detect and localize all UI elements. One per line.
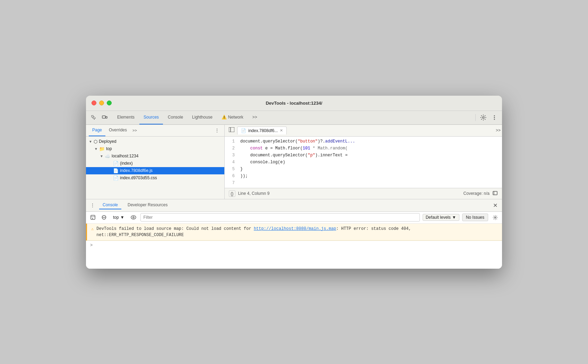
- panel-more-options[interactable]: ⋮: [213, 127, 222, 134]
- line-content-6: ));: [240, 173, 502, 180]
- console-toolbar: top ▼ Default levels ▼ No Issues: [86, 212, 502, 224]
- default-levels-dropdown[interactable]: Default levels ▼: [423, 214, 459, 221]
- status-bar-left: {} Line 4, Column 9: [229, 190, 269, 197]
- console-tab-console[interactable]: Console: [99, 201, 121, 209]
- svg-rect-2: [106, 116, 107, 118]
- traffic-lights: [92, 101, 112, 105]
- execute-btn[interactable]: [89, 213, 97, 222]
- svg-point-5: [494, 117, 495, 118]
- line-num-4: 4: [225, 159, 240, 166]
- sidebar-toggle-icon[interactable]: [226, 126, 237, 135]
- line-num-1: 1: [225, 138, 240, 145]
- console-error-link[interactable]: http://localhost:8080/main.js.map: [254, 226, 336, 231]
- line-content-5: }: [240, 166, 502, 173]
- code-line-3: 3 document.querySelector("p").innerText …: [225, 152, 502, 159]
- tree-arrow-top: ▼: [94, 147, 98, 151]
- svg-rect-9: [493, 191, 497, 195]
- line-content-4: console.log(e): [240, 159, 502, 166]
- tab-elements[interactable]: Elements: [113, 111, 139, 124]
- tree-arrow-localhost: ▼: [100, 154, 104, 158]
- network-warn-icon: ⚠️: [222, 115, 227, 120]
- tab-network[interactable]: ⚠️ Network: [217, 111, 248, 124]
- prompt-chevron: >: [90, 243, 93, 248]
- console-tab-dev-resources[interactable]: Developer Resources: [124, 201, 171, 209]
- console-warning-text: DevTools failed to load source map: Coul…: [96, 226, 498, 238]
- editor-tabs: 📄 index.7808df6... ✕ >>: [225, 125, 502, 137]
- svg-rect-7: [229, 127, 234, 132]
- panel-tab-page[interactable]: Page: [89, 125, 105, 136]
- line-content-1: document.querySelector("button")?.addEve…: [240, 138, 502, 145]
- console-filter-input[interactable]: [140, 213, 420, 222]
- line-num-6: 6: [225, 173, 240, 180]
- code-line-4: 4 console.log(e): [225, 159, 502, 166]
- more-options-icon[interactable]: [490, 113, 499, 122]
- svg-rect-1: [102, 116, 105, 118]
- devtools-tabs-bar: Elements Sources Console Lighthouse ⚠️ N…: [86, 111, 502, 125]
- tree-label-deployed: Deployed: [99, 139, 116, 144]
- svg-point-6: [494, 119, 495, 120]
- context-selector[interactable]: top ▼: [111, 214, 127, 220]
- cube-icon: ⬡: [94, 139, 97, 144]
- tree-label-top: top: [106, 146, 112, 151]
- panel-tab-overrides[interactable]: Overrides: [105, 125, 130, 136]
- eye-filter-btn[interactable]: [129, 213, 138, 222]
- pretty-print-icon[interactable]: {}: [229, 190, 235, 197]
- tab-sources[interactable]: Sources: [139, 111, 163, 124]
- main-content: Page Overrides >> ⋮ ▼ ⬡ Deployed: [86, 125, 502, 199]
- code-line-6: 6 ));: [225, 173, 502, 180]
- tree-label-localhost: localhost:1234: [112, 154, 138, 158]
- tree-item-deployed[interactable]: ▼ ⬡ Deployed: [86, 138, 224, 145]
- tabs-right-controls: [474, 113, 499, 122]
- svg-rect-11: [91, 215, 95, 219]
- console-messages: ⚠️ DevTools failed to load source map: C…: [86, 224, 502, 269]
- editor-status-bar: {} Line 4, Column 9 Coverage: n/a: [225, 188, 502, 199]
- console-panel: ⋮ Console Developer Resources ✕: [86, 199, 502, 269]
- coverage-icon[interactable]: [492, 190, 498, 197]
- cursor-icon[interactable]: [89, 113, 98, 122]
- panel-tabs: Page Overrides >> ⋮: [86, 125, 224, 137]
- editor-tab-index-js[interactable]: 📄 index.7808df6... ✕: [237, 127, 287, 135]
- devtools-window: DevTools - localhost:1234/ Elements Sour…: [86, 96, 502, 269]
- default-levels-label: Default levels: [426, 215, 451, 220]
- svg-point-3: [483, 117, 484, 119]
- maximize-button[interactable]: [107, 101, 112, 105]
- panel-tab-more[interactable]: >>: [130, 127, 139, 134]
- tab-more[interactable]: >>: [248, 111, 261, 124]
- code-line-1: 1 document.querySelector("button")?.addE…: [225, 138, 502, 145]
- js-file-icon: 📄: [113, 168, 119, 173]
- editor-tab-nav[interactable]: >>: [496, 128, 501, 133]
- file-icon: 📄: [113, 161, 119, 166]
- minimize-button[interactable]: [99, 101, 104, 105]
- console-header: ⋮ Console Developer Resources ✕: [86, 199, 502, 212]
- no-issues-button[interactable]: No Issues: [462, 214, 488, 221]
- console-close-button[interactable]: ✕: [491, 201, 499, 209]
- tree-item-top[interactable]: ▼ 📁 top: [86, 145, 224, 153]
- coverage-label: Coverage: n/a: [464, 191, 490, 196]
- console-header-menu[interactable]: ⋮: [89, 202, 96, 209]
- editor-tab-close-icon[interactable]: ✕: [280, 128, 283, 133]
- folder-icon: 📁: [99, 146, 105, 151]
- status-bar-right: Coverage: n/a: [464, 190, 498, 197]
- status-position: Line 4, Column 9: [238, 191, 270, 196]
- right-panel: 📄 index.7808df6... ✕ >> 1 document.query…: [225, 125, 502, 199]
- tree-item-localhost[interactable]: ▼ ☁️ localhost:1234: [86, 153, 224, 160]
- tree-item-index-js[interactable]: 📄 index.7808df6e.js: [86, 167, 224, 174]
- tab-lighthouse[interactable]: Lighthouse: [188, 111, 217, 124]
- tree-item-index-html[interactable]: 📄 (index): [86, 160, 224, 167]
- device-toggle-icon[interactable]: [100, 113, 110, 122]
- tree-item-index-css[interactable]: 📄 index.d9703d55.css: [86, 174, 224, 182]
- tab-console[interactable]: Console: [164, 111, 187, 124]
- left-panel: Page Overrides >> ⋮ ▼ ⬡ Deployed: [86, 125, 225, 199]
- warning-icon: ⚠️: [91, 226, 94, 232]
- console-settings-icon[interactable]: [491, 213, 499, 222]
- settings-icon[interactable]: [478, 113, 488, 122]
- code-line-5: 5 }: [225, 166, 502, 173]
- console-warning-row: ⚠️ DevTools failed to load source map: C…: [86, 224, 502, 241]
- context-dropdown-arrow: ▼: [120, 215, 124, 220]
- tab-icons: [89, 113, 110, 122]
- clear-console-btn[interactable]: [100, 213, 108, 222]
- code-editor[interactable]: 1 document.querySelector("button")?.addE…: [225, 137, 502, 188]
- svg-point-4: [494, 115, 495, 116]
- svg-rect-0: [92, 115, 93, 117]
- close-button[interactable]: [92, 101, 96, 105]
